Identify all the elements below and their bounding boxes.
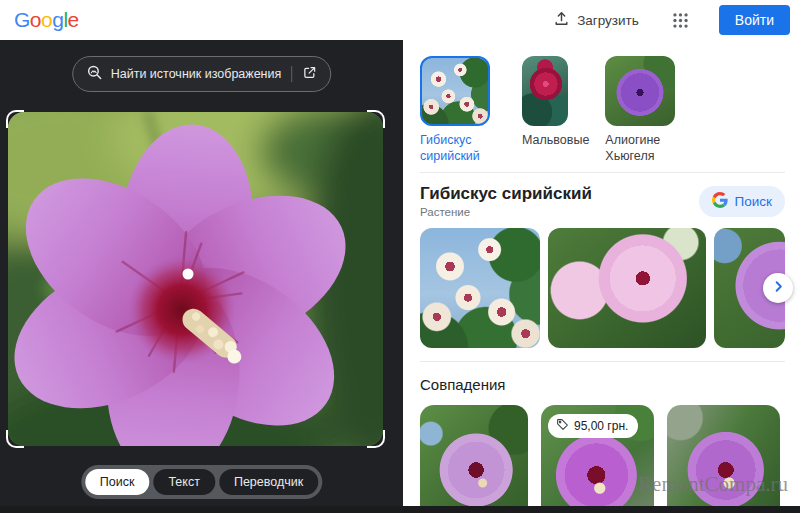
related-image[interactable] (420, 228, 540, 348)
match-result[interactable]: 95,00 грн. (541, 405, 654, 513)
entity-title: Гибискус сирийский (420, 184, 592, 204)
window-bottom-edge (0, 506, 800, 513)
find-image-source-button[interactable]: Найти источник изображения (72, 56, 332, 92)
entity-header: Гибискус сирийский Растение Поиск (420, 184, 785, 218)
suggestion-thumbnail[interactable] (605, 56, 675, 126)
suggestion-list: Гибискус сирийский Мальвовые Алиогине Хь… (420, 56, 785, 164)
google-search-chip[interactable]: Поиск (699, 186, 785, 217)
suggestion-hibiscus-syriacus[interactable]: Гибискус сирийский (420, 56, 506, 164)
lens-mode-switcher: Поиск Текст Переводчик (81, 465, 322, 499)
suggestion-malvales[interactable]: Мальвовые (522, 56, 589, 164)
external-link-icon[interactable] (302, 65, 317, 83)
suggestion-thumbnail[interactable] (522, 56, 568, 126)
scroll-right-button[interactable] (763, 273, 793, 303)
google-lens-page: Google Загрузить Войти Найти источник из… (0, 0, 800, 513)
main-content: Найти источник изображения (0, 40, 800, 513)
uploaded-image[interactable] (8, 112, 383, 446)
apps-grid-icon[interactable] (669, 8, 693, 32)
match-result[interactable] (420, 405, 528, 513)
mode-search-button[interactable]: Поиск (85, 469, 150, 495)
crop-handle-bottom-right[interactable] (367, 430, 385, 448)
match-image (667, 405, 780, 513)
google-g-icon (712, 192, 728, 211)
matches-list: 95,00 грн. (420, 405, 785, 513)
section-divider (420, 361, 785, 362)
lens-panel: Найти источник изображения (0, 40, 403, 513)
suggestion-thumbnail[interactable] (420, 56, 490, 126)
suggestion-label: Гибискус сирийский (420, 132, 506, 164)
related-image[interactable] (548, 228, 706, 348)
upload-label: Загрузить (577, 13, 639, 28)
suggestion-label: Мальвовые (522, 132, 589, 148)
mode-translate-button[interactable]: Переводчик (219, 469, 318, 495)
crop-handle-top-left[interactable] (6, 110, 24, 128)
price-text: 95,00 грн. (574, 419, 628, 433)
related-images (420, 228, 785, 348)
top-bar: Google Загрузить Войти (0, 0, 800, 40)
suggestion-alyogyne[interactable]: Алиогине Хьюгеля (605, 56, 691, 164)
image-search-icon (86, 64, 103, 84)
price-badge: 95,00 грн. (548, 414, 638, 438)
match-result[interactable] (667, 405, 780, 513)
section-divider (420, 172, 785, 173)
entity-text: Гибискус сирийский Растение (420, 184, 592, 218)
matches-heading: Совпадения (420, 376, 785, 393)
crop-handle-bottom-left[interactable] (6, 430, 24, 448)
entity-subtitle: Растение (420, 206, 592, 218)
upload-button[interactable]: Загрузить (553, 10, 639, 30)
find-image-source-label: Найти источник изображения (111, 67, 282, 81)
price-tag-icon (556, 418, 569, 434)
chevron-right-icon (771, 279, 786, 297)
signin-button[interactable]: Войти (719, 5, 790, 35)
google-logo[interactable]: Google (14, 8, 79, 32)
crop-region (8, 112, 383, 446)
upload-icon (553, 10, 570, 30)
crop-handle-top-right[interactable] (367, 110, 385, 128)
mode-text-button[interactable]: Текст (153, 469, 214, 495)
search-chip-label: Поиск (735, 194, 772, 209)
button-divider (291, 66, 292, 82)
match-image (420, 405, 528, 513)
topbar-actions: Загрузить Войти (553, 5, 790, 35)
suggestion-label: Алиогине Хьюгеля (605, 132, 691, 164)
results-panel: Гибискус сирийский Мальвовые Алиогине Хь… (403, 40, 800, 513)
